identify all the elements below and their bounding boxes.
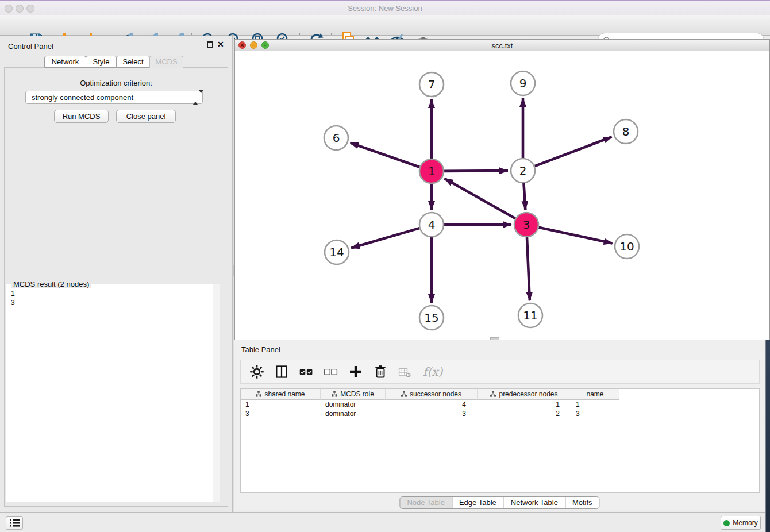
table-header-row: shared nameMCDS rolesuccessor nodesprede… [241,389,759,400]
criterion-dropdown[interactable]: strongly connected component [25,91,203,104]
graph-edge-1-2[interactable] [444,171,508,171]
window-title: Session: New Session [0,4,770,13]
graph-node-label: 10 [619,240,634,253]
graph-edge-1-6[interactable] [351,143,420,167]
float-panel-icon[interactable] [207,41,213,48]
table-cell: dominator [321,400,386,409]
graph-node-label: 14 [329,245,344,259]
tab-style[interactable]: Style [86,56,117,68]
column-header-label: MCDS role [340,390,374,398]
graph-node-label: 6 [333,131,340,145]
table-panel-title: Table Panel [241,345,280,354]
graph-edge-4-14[interactable] [351,228,419,248]
column-header-label: shared name [264,390,305,398]
column-header-name[interactable]: name [571,389,619,400]
unselect-all-icon[interactable] [323,364,339,380]
table-panel: Table Panel ✕ f(x) shared nameMCDS roles… [234,340,765,510]
delete-column-icon[interactable] [372,364,388,380]
table-tabs: Node Table Edge Table Network Table Moti… [400,496,599,509]
network-view-window: ✕ − + scc.txt 7968124314101511 [234,39,770,340]
table-cell: 3 [571,409,619,418]
tab-mcds[interactable]: MCDS [149,56,183,68]
tab-motifs[interactable]: Motifs [565,496,600,509]
gear-icon[interactable] [249,364,265,380]
graph-edge-2-8[interactable] [535,137,612,166]
tab-edge-table[interactable]: Edge Table [452,496,504,509]
tab-node-table[interactable]: Node Table [399,496,452,509]
shared-column-icon [490,391,496,397]
mcds-result-line: 3 [11,298,220,307]
table-cell: 2 [478,409,571,418]
table-toolbar: f(x) [240,360,760,384]
graph-node-label: 1 [428,164,436,178]
column-header-shared-name[interactable]: shared name [241,389,321,400]
node-table: shared nameMCDS rolesuccessor nodesprede… [240,388,760,493]
close-panel-icon[interactable]: ✕ [217,41,224,48]
graph-node-label: 7 [428,78,436,91]
dropdown-chevrons-icon [192,93,199,102]
add-column-icon[interactable] [348,364,364,380]
graph-edge-3-1[interactable] [445,179,515,218]
svg-text:f(x): f(x) [423,365,443,379]
network-window-title: scc.txt [235,41,769,50]
table-row[interactable]: 3dominator323 [241,409,759,418]
graph-node-label: 15 [424,311,438,325]
graph-node-label: 3 [523,218,530,232]
graph-edge-2-3[interactable] [523,183,525,210]
criterion-value: strongly connected component [32,93,133,102]
shared-column-icon [401,391,407,397]
task-history-button[interactable] [6,516,23,530]
app-titlebar: Session: New Session [0,0,770,15]
memory-label: Memory [733,519,757,527]
column-header-predecessor-nodes[interactable]: predecessor nodes [478,389,571,400]
desktop-background-strip [765,340,770,532]
mcds-result-box: MCDS result (2 nodes) 1 3 [6,284,220,502]
control-panel-title: Control Panel [8,42,53,51]
graph-node-label: 9 [519,76,527,90]
table-cell: 3 [386,409,478,418]
optimization-criterion-label: Optimization criterion: [0,79,232,87]
run-mcds-button[interactable]: Run MCDS [54,110,109,123]
tab-select[interactable]: Select [116,56,150,68]
table-cell: 4 [386,400,478,409]
tab-network[interactable]: Network [44,56,86,68]
close-panel-button[interactable]: Close panel [116,110,176,123]
select-all-icon[interactable] [298,364,314,380]
graph-node-label: 11 [523,309,537,322]
shared-column-icon [256,391,261,397]
column-header-label: predecessor nodes [499,390,557,398]
column-header-successor-nodes[interactable]: successor nodes [386,389,478,400]
network-canvas[interactable]: 7968124314101511 [235,51,769,340]
header-filler [619,389,759,400]
column-header-MCDS-role[interactable]: MCDS role [321,389,386,400]
table-cell: 1 [478,400,571,409]
control-panel: Control Panel ✕ Network Style Select MCD… [0,36,232,512]
status-bar: Memory [0,512,765,532]
graph-node-label: 8 [622,125,630,138]
table-cell: 1 [241,400,321,409]
shared-column-icon [332,391,337,397]
columns-icon[interactable] [274,364,290,380]
delete-table-icon [397,364,413,380]
list-icon [10,519,20,527]
main-toolbar [0,15,770,36]
mcds-result-title: MCDS result (2 nodes) [11,280,91,288]
table-row[interactable]: 1dominator411 [241,400,759,409]
table-cell: 3 [241,409,321,418]
mcds-result-line: 1 [11,289,220,298]
network-window-titlebar: ✕ − + scc.txt [235,40,769,51]
column-header-label: successor nodes [410,390,461,398]
table-cell: 1 [571,400,619,409]
graph-node-label: 2 [519,164,527,178]
control-panel-tabs: Network Style Select MCDS [45,56,183,68]
table-cell: dominator [321,409,386,418]
result-scrollbar[interactable] [213,284,220,502]
graph-edge-3-10[interactable] [538,228,612,244]
tab-network-table[interactable]: Network Table [503,496,565,509]
memory-button[interactable]: Memory [721,516,761,530]
function-builder-icon: f(x) [422,364,446,380]
column-header-label: name [586,390,603,398]
graph-node-label: 4 [428,218,436,232]
graph-edge-3-11[interactable] [527,237,530,300]
memory-status-icon [723,520,730,526]
